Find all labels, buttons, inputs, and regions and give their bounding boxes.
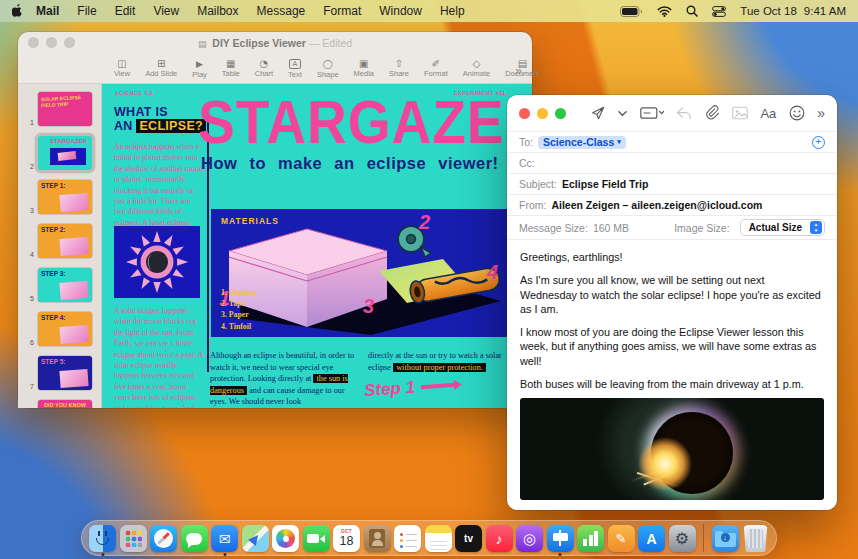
- eclipse-photo-attachment[interactable]: [520, 398, 824, 500]
- slide-thumbnail[interactable]: STEP 5:: [38, 356, 92, 390]
- attach-file-paperclip-icon[interactable]: [705, 105, 720, 121]
- slide-thumbnail-row[interactable]: 6 STEP 4:: [24, 312, 101, 346]
- warning-text-right: directly at the sun or try to watch a so…: [368, 350, 518, 373]
- send-button[interactable]: [590, 105, 606, 121]
- zoom-button[interactable]: [555, 108, 566, 119]
- control-center-icon[interactable]: [712, 6, 726, 17]
- add-recipient-button[interactable]: +: [812, 136, 825, 149]
- keynote-titlebar[interactable]: ▤ DIY Eclipse Viewer — Edited: [18, 32, 532, 53]
- subject-label: Subject:: [519, 178, 557, 190]
- dock-mail-icon[interactable]: [211, 525, 238, 552]
- slide-thumbnail[interactable]: STARGAZER: [38, 136, 92, 170]
- materials-number-2: 2: [419, 211, 430, 234]
- dock-launchpad-icon[interactable]: [120, 525, 147, 552]
- menu-item[interactable]: Help: [431, 4, 474, 18]
- send-options-chevron-icon[interactable]: [618, 110, 627, 117]
- dock-numbers-icon[interactable]: [577, 525, 604, 552]
- keynote-toolbar-button[interactable]: Play: [192, 58, 207, 79]
- keynote-toolbar-button[interactable]: Document: [505, 58, 539, 78]
- toolbar-overflow-button[interactable]: »: [515, 64, 522, 78]
- keynote-toolbar-button[interactable]: View: [114, 58, 130, 78]
- dock-app-store-icon[interactable]: [638, 525, 665, 552]
- slide-thumbnail-row[interactable]: 3 STEP 1:: [24, 180, 101, 214]
- dock-music-icon[interactable]: [486, 525, 513, 552]
- dock-trash-icon[interactable]: [742, 525, 769, 552]
- dock-maps-icon[interactable]: [242, 525, 269, 552]
- menu-item[interactable]: Message: [248, 4, 315, 18]
- dock-photos-icon[interactable]: [272, 525, 299, 552]
- keynote-toolbar-button[interactable]: Chart: [255, 58, 273, 78]
- menu-item[interactable]: View: [144, 4, 188, 18]
- dock-pages-icon[interactable]: [608, 525, 635, 552]
- dock-messages-icon[interactable]: [181, 525, 208, 552]
- keynote-toolbar-button[interactable]: Animate: [463, 58, 491, 78]
- message-body[interactable]: Greetings, earthlings!As I'm sure you al…: [507, 239, 837, 396]
- keynote-toolbar-button[interactable]: Format: [424, 58, 448, 78]
- dock-calendar-icon[interactable]: OCT18: [333, 525, 360, 552]
- from-field[interactable]: From: Aileen Zeigen – aileen.zeigen@iclo…: [507, 194, 837, 215]
- dock-keynote-icon[interactable]: [547, 525, 574, 552]
- menu-item[interactable]: Edit: [106, 4, 145, 18]
- to-field[interactable]: To: Science-Class ▾ +: [507, 131, 837, 152]
- keynote-toolbar-button[interactable]: Add Slide: [145, 58, 177, 78]
- insert-photo-icon[interactable]: [732, 106, 748, 120]
- slide-thumbnail-row[interactable]: 8 DID YOU KNOW: [24, 400, 101, 408]
- slide-number: 3: [24, 207, 34, 214]
- dock-system-settings-icon[interactable]: [669, 525, 696, 552]
- dock-reminders-icon[interactable]: [394, 525, 421, 552]
- slide-thumbnail[interactable]: DID YOU KNOW: [38, 400, 92, 408]
- emoji-picker-icon[interactable]: [789, 105, 805, 121]
- keynote-window: ▤ DIY Eclipse Viewer — Edited View Add S…: [18, 32, 532, 408]
- spotlight-search-icon[interactable]: [686, 5, 698, 17]
- menu-item[interactable]: Mail: [27, 4, 68, 18]
- header-fields-button[interactable]: [640, 106, 664, 120]
- format-text-button[interactable]: Aa: [760, 106, 776, 121]
- materials-list: 1. Shoebox2. Tape3. Paper4. Tinfoil: [221, 287, 257, 332]
- dock-contacts-icon[interactable]: [364, 525, 391, 552]
- dock-notes-icon[interactable]: [425, 525, 452, 552]
- dock-podcasts-icon[interactable]: [516, 525, 543, 552]
- keynote-toolbar-button[interactable]: Text: [288, 57, 302, 79]
- dock-finder-icon[interactable]: [89, 525, 116, 552]
- toolbar-overflow-button[interactable]: »: [817, 105, 825, 121]
- slide-canvas[interactable]: SCIENCE 4.2 EXPERIMENT #11 WHAT IS AN EC…: [102, 84, 532, 408]
- cc-field[interactable]: Cc:: [507, 152, 837, 173]
- running-indicator-dot: [559, 553, 562, 556]
- slide-thumbnail-row[interactable]: 2 STARGAZER: [24, 136, 101, 170]
- keynote-window-title: ▤ DIY Eclipse Viewer — Edited: [18, 37, 532, 49]
- reply-icon[interactable]: [676, 106, 692, 120]
- mail-toolbar[interactable]: Aa »: [507, 95, 837, 131]
- slide-thumbnail-row[interactable]: 5 STEP 3:: [24, 268, 101, 302]
- wifi-icon[interactable]: [657, 6, 672, 17]
- menu-item[interactable]: Window: [370, 4, 431, 18]
- apple-menu-icon[interactable]: [12, 4, 25, 19]
- dock-safari-icon[interactable]: [150, 525, 177, 552]
- minimize-button[interactable]: [537, 108, 548, 119]
- slide-thumbnail-row[interactable]: 7 STEP 5:: [24, 356, 101, 390]
- slide-thumbnail[interactable]: STEP 3:: [38, 268, 92, 302]
- image-size-select[interactable]: Actual Size ▲▼: [740, 219, 825, 236]
- keynote-toolbar-button[interactable]: Table: [222, 58, 240, 78]
- keynote-toolbar-button[interactable]: Shape: [317, 58, 339, 79]
- dock-tv-icon[interactable]: [455, 525, 482, 552]
- keynote-toolbar-button[interactable]: Share: [389, 58, 409, 78]
- close-button[interactable]: [519, 108, 530, 119]
- dock-downloads-icon[interactable]: [712, 525, 739, 552]
- keynote-toolbar-button[interactable]: Media: [354, 58, 374, 78]
- slide-thumbnail[interactable]: STEP 4:: [38, 312, 92, 346]
- menu-item[interactable]: File: [68, 4, 105, 18]
- menu-item[interactable]: Mailbox: [188, 4, 247, 18]
- menu-item[interactable]: Format: [314, 4, 370, 18]
- slide-thumbnail[interactable]: STEP 2:: [38, 224, 92, 258]
- slide-thumbnail-row[interactable]: 1 SOLAR ECLIPSE FIELD TRIP: [24, 92, 101, 126]
- recipient-token[interactable]: Science-Class ▾: [538, 136, 626, 149]
- mail-window-controls[interactable]: [519, 108, 566, 119]
- slide-thumbnail[interactable]: SOLAR ECLIPSE FIELD TRIP: [38, 92, 92, 126]
- dock-facetime-icon[interactable]: [303, 525, 330, 552]
- menu-bar-clock[interactable]: Tue Oct 18 9:41 AM: [740, 5, 846, 17]
- subject-field[interactable]: Subject: Eclipse Field Trip: [507, 173, 837, 194]
- running-indicator-dot: [101, 553, 104, 556]
- slide-thumbnail[interactable]: STEP 1:: [38, 180, 92, 214]
- slide-thumbnail-row[interactable]: 4 STEP 2:: [24, 224, 101, 258]
- battery-icon[interactable]: [620, 6, 643, 17]
